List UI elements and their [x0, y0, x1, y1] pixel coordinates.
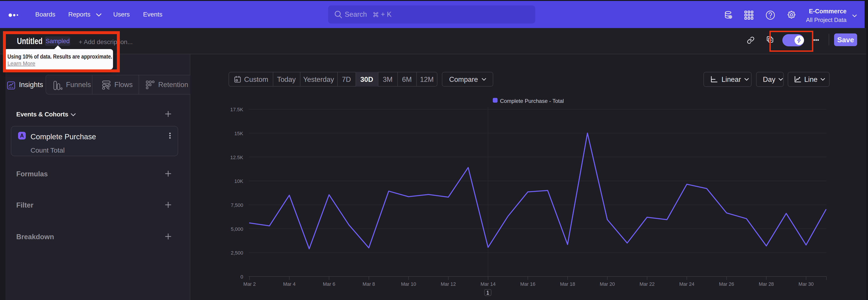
svg-text:Mar 2: Mar 2 [243, 281, 256, 287]
svg-text:10K: 10K [235, 178, 243, 184]
svg-text:0: 0 [241, 274, 243, 280]
svg-text:17.5K: 17.5K [230, 107, 243, 112]
svg-text:Mar 10: Mar 10 [401, 281, 416, 287]
svg-text:Mar 18: Mar 18 [560, 281, 575, 287]
svg-text:15K: 15K [235, 131, 243, 136]
svg-text:12.5K: 12.5K [230, 155, 243, 160]
svg-text:Mar 6: Mar 6 [323, 281, 335, 287]
svg-text:2,500: 2,500 [231, 250, 243, 256]
svg-text:Mar 12: Mar 12 [441, 281, 456, 287]
svg-text:Mar 26: Mar 26 [719, 281, 734, 287]
svg-text:Mar 4: Mar 4 [283, 281, 296, 287]
svg-text:Mar 24: Mar 24 [679, 281, 694, 287]
svg-text:Mar 30: Mar 30 [799, 281, 814, 287]
svg-text:Mar 8: Mar 8 [363, 281, 375, 287]
svg-text:Mar 20: Mar 20 [600, 281, 615, 287]
svg-text:Mar 22: Mar 22 [640, 281, 655, 287]
svg-text:Mar 16: Mar 16 [520, 281, 535, 287]
svg-text:7,500: 7,500 [231, 202, 243, 208]
svg-text:5,000: 5,000 [231, 226, 243, 232]
svg-text:Mar 28: Mar 28 [759, 281, 774, 287]
svg-text:Mar 14: Mar 14 [480, 281, 496, 287]
